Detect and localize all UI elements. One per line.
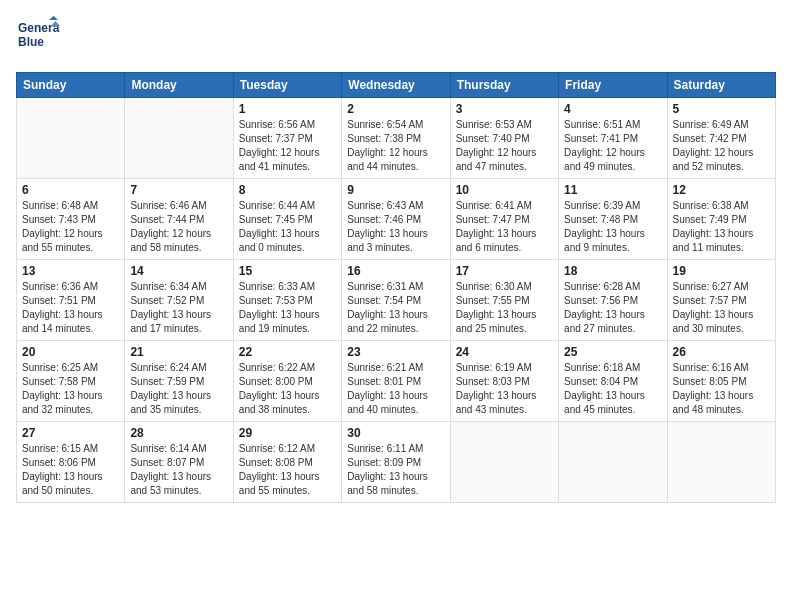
day-number: 14 [130, 264, 227, 278]
cell-info: Sunrise: 6:21 AM Sunset: 8:01 PM Dayligh… [347, 361, 444, 417]
calendar-cell: 2Sunrise: 6:54 AM Sunset: 7:38 PM Daylig… [342, 98, 450, 179]
cell-info: Sunrise: 6:16 AM Sunset: 8:05 PM Dayligh… [673, 361, 770, 417]
cell-info: Sunrise: 6:54 AM Sunset: 7:38 PM Dayligh… [347, 118, 444, 174]
calendar-cell: 12Sunrise: 6:38 AM Sunset: 7:49 PM Dayli… [667, 179, 775, 260]
calendar-cell: 5Sunrise: 6:49 AM Sunset: 7:42 PM Daylig… [667, 98, 775, 179]
calendar-cell: 8Sunrise: 6:44 AM Sunset: 7:45 PM Daylig… [233, 179, 341, 260]
svg-text:Blue: Blue [18, 35, 44, 49]
cell-info: Sunrise: 6:56 AM Sunset: 7:37 PM Dayligh… [239, 118, 336, 174]
calendar-cell: 27Sunrise: 6:15 AM Sunset: 8:06 PM Dayli… [17, 422, 125, 503]
calendar-cell: 25Sunrise: 6:18 AM Sunset: 8:04 PM Dayli… [559, 341, 667, 422]
cell-info: Sunrise: 6:33 AM Sunset: 7:53 PM Dayligh… [239, 280, 336, 336]
calendar-cell [125, 98, 233, 179]
cell-info: Sunrise: 6:18 AM Sunset: 8:04 PM Dayligh… [564, 361, 661, 417]
logo-icon: General Blue [16, 16, 60, 60]
week-row-1: 1Sunrise: 6:56 AM Sunset: 7:37 PM Daylig… [17, 98, 776, 179]
day-number: 29 [239, 426, 336, 440]
day-number: 26 [673, 345, 770, 359]
day-number: 28 [130, 426, 227, 440]
calendar-cell: 22Sunrise: 6:22 AM Sunset: 8:00 PM Dayli… [233, 341, 341, 422]
calendar-cell: 26Sunrise: 6:16 AM Sunset: 8:05 PM Dayli… [667, 341, 775, 422]
calendar-cell [17, 98, 125, 179]
calendar-cell: 28Sunrise: 6:14 AM Sunset: 8:07 PM Dayli… [125, 422, 233, 503]
weekday-header-friday: Friday [559, 73, 667, 98]
weekday-header-saturday: Saturday [667, 73, 775, 98]
calendar-cell: 9Sunrise: 6:43 AM Sunset: 7:46 PM Daylig… [342, 179, 450, 260]
cell-info: Sunrise: 6:14 AM Sunset: 8:07 PM Dayligh… [130, 442, 227, 498]
cell-info: Sunrise: 6:31 AM Sunset: 7:54 PM Dayligh… [347, 280, 444, 336]
day-number: 30 [347, 426, 444, 440]
cell-info: Sunrise: 6:38 AM Sunset: 7:49 PM Dayligh… [673, 199, 770, 255]
cell-info: Sunrise: 6:53 AM Sunset: 7:40 PM Dayligh… [456, 118, 553, 174]
cell-info: Sunrise: 6:48 AM Sunset: 7:43 PM Dayligh… [22, 199, 119, 255]
calendar-table: SundayMondayTuesdayWednesdayThursdayFrid… [16, 72, 776, 503]
logo: General Blue [16, 16, 60, 60]
day-number: 11 [564, 183, 661, 197]
cell-info: Sunrise: 6:28 AM Sunset: 7:56 PM Dayligh… [564, 280, 661, 336]
day-number: 6 [22, 183, 119, 197]
cell-info: Sunrise: 6:49 AM Sunset: 7:42 PM Dayligh… [673, 118, 770, 174]
day-number: 9 [347, 183, 444, 197]
cell-info: Sunrise: 6:43 AM Sunset: 7:46 PM Dayligh… [347, 199, 444, 255]
calendar-cell: 10Sunrise: 6:41 AM Sunset: 7:47 PM Dayli… [450, 179, 558, 260]
day-number: 16 [347, 264, 444, 278]
day-number: 22 [239, 345, 336, 359]
cell-info: Sunrise: 6:46 AM Sunset: 7:44 PM Dayligh… [130, 199, 227, 255]
cell-info: Sunrise: 6:51 AM Sunset: 7:41 PM Dayligh… [564, 118, 661, 174]
cell-info: Sunrise: 6:36 AM Sunset: 7:51 PM Dayligh… [22, 280, 119, 336]
calendar-cell: 30Sunrise: 6:11 AM Sunset: 8:09 PM Dayli… [342, 422, 450, 503]
day-number: 3 [456, 102, 553, 116]
calendar-cell: 17Sunrise: 6:30 AM Sunset: 7:55 PM Dayli… [450, 260, 558, 341]
day-number: 2 [347, 102, 444, 116]
cell-info: Sunrise: 6:22 AM Sunset: 8:00 PM Dayligh… [239, 361, 336, 417]
calendar-cell: 16Sunrise: 6:31 AM Sunset: 7:54 PM Dayli… [342, 260, 450, 341]
calendar-cell: 1Sunrise: 6:56 AM Sunset: 7:37 PM Daylig… [233, 98, 341, 179]
day-number: 24 [456, 345, 553, 359]
calendar-cell: 19Sunrise: 6:27 AM Sunset: 7:57 PM Dayli… [667, 260, 775, 341]
calendar-cell: 21Sunrise: 6:24 AM Sunset: 7:59 PM Dayli… [125, 341, 233, 422]
weekday-header-monday: Monday [125, 73, 233, 98]
day-number: 17 [456, 264, 553, 278]
cell-info: Sunrise: 6:30 AM Sunset: 7:55 PM Dayligh… [456, 280, 553, 336]
calendar-cell: 24Sunrise: 6:19 AM Sunset: 8:03 PM Dayli… [450, 341, 558, 422]
day-number: 15 [239, 264, 336, 278]
cell-info: Sunrise: 6:19 AM Sunset: 8:03 PM Dayligh… [456, 361, 553, 417]
calendar-cell: 15Sunrise: 6:33 AM Sunset: 7:53 PM Dayli… [233, 260, 341, 341]
cell-info: Sunrise: 6:27 AM Sunset: 7:57 PM Dayligh… [673, 280, 770, 336]
week-row-3: 13Sunrise: 6:36 AM Sunset: 7:51 PM Dayli… [17, 260, 776, 341]
day-number: 20 [22, 345, 119, 359]
cell-info: Sunrise: 6:34 AM Sunset: 7:52 PM Dayligh… [130, 280, 227, 336]
day-number: 10 [456, 183, 553, 197]
svg-marker-2 [49, 16, 58, 20]
calendar-cell: 3Sunrise: 6:53 AM Sunset: 7:40 PM Daylig… [450, 98, 558, 179]
day-number: 8 [239, 183, 336, 197]
cell-info: Sunrise: 6:15 AM Sunset: 8:06 PM Dayligh… [22, 442, 119, 498]
weekday-header-sunday: Sunday [17, 73, 125, 98]
day-number: 21 [130, 345, 227, 359]
calendar-cell [559, 422, 667, 503]
day-number: 19 [673, 264, 770, 278]
weekday-header-thursday: Thursday [450, 73, 558, 98]
cell-info: Sunrise: 6:11 AM Sunset: 8:09 PM Dayligh… [347, 442, 444, 498]
calendar-cell: 29Sunrise: 6:12 AM Sunset: 8:08 PM Dayli… [233, 422, 341, 503]
day-number: 27 [22, 426, 119, 440]
cell-info: Sunrise: 6:24 AM Sunset: 7:59 PM Dayligh… [130, 361, 227, 417]
calendar-cell: 7Sunrise: 6:46 AM Sunset: 7:44 PM Daylig… [125, 179, 233, 260]
calendar-cell: 23Sunrise: 6:21 AM Sunset: 8:01 PM Dayli… [342, 341, 450, 422]
day-number: 7 [130, 183, 227, 197]
week-row-2: 6Sunrise: 6:48 AM Sunset: 7:43 PM Daylig… [17, 179, 776, 260]
day-number: 25 [564, 345, 661, 359]
cell-info: Sunrise: 6:25 AM Sunset: 7:58 PM Dayligh… [22, 361, 119, 417]
week-row-5: 27Sunrise: 6:15 AM Sunset: 8:06 PM Dayli… [17, 422, 776, 503]
calendar-cell: 4Sunrise: 6:51 AM Sunset: 7:41 PM Daylig… [559, 98, 667, 179]
calendar-cell [450, 422, 558, 503]
weekday-header-tuesday: Tuesday [233, 73, 341, 98]
calendar-cell: 20Sunrise: 6:25 AM Sunset: 7:58 PM Dayli… [17, 341, 125, 422]
calendar-cell: 13Sunrise: 6:36 AM Sunset: 7:51 PM Dayli… [17, 260, 125, 341]
calendar-cell: 18Sunrise: 6:28 AM Sunset: 7:56 PM Dayli… [559, 260, 667, 341]
day-number: 12 [673, 183, 770, 197]
day-number: 13 [22, 264, 119, 278]
day-number: 1 [239, 102, 336, 116]
cell-info: Sunrise: 6:12 AM Sunset: 8:08 PM Dayligh… [239, 442, 336, 498]
day-number: 5 [673, 102, 770, 116]
